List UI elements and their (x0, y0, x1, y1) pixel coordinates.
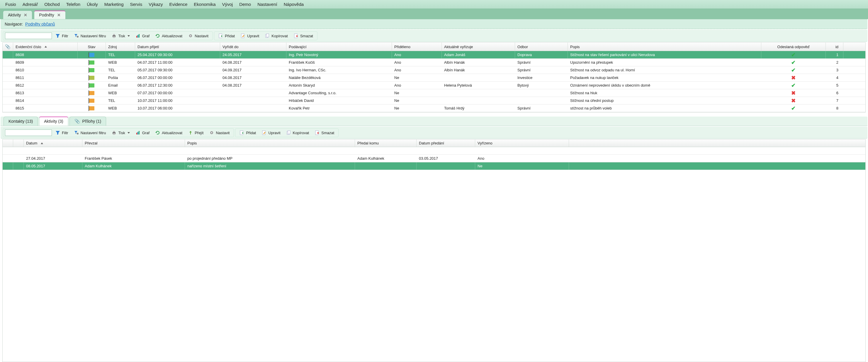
filter-settings-button[interactable]: Nastavení filtru (72, 33, 108, 39)
menu-item[interactable]: Demo (239, 2, 251, 7)
svg-rect-26 (288, 131, 290, 134)
table-row[interactable]: 8612Email06.07.2017 12:30:0004.08.2017An… (3, 82, 865, 89)
sub-filter-settings-button[interactable]: Nastavení filtru (72, 130, 108, 136)
breadcrumb-link[interactable]: Podněty občanů (25, 22, 55, 26)
funnel-gear-icon (74, 33, 79, 38)
paperclip-icon: 📎 (5, 44, 10, 49)
col-stav[interactable]: Stav (78, 43, 106, 51)
table-row[interactable]: 27.04.2017František Pásekpo projednání p… (3, 155, 865, 162)
flag-icon (89, 76, 94, 80)
sub-delete-button[interactable]: Smazat (312, 130, 337, 136)
menu-item[interactable]: Výkazy (149, 2, 163, 7)
menu-item[interactable]: Marketing (104, 2, 124, 7)
menu-item[interactable]: Servis (130, 2, 143, 7)
add-button[interactable]: Přidat (216, 33, 237, 39)
col-expand[interactable] (3, 139, 13, 147)
edit-button[interactable]: Upravit (238, 33, 261, 39)
col-datum[interactable]: Datum (24, 139, 82, 147)
table-row (3, 147, 865, 155)
add-icon (240, 130, 244, 135)
menu-item[interactable]: Telefon (66, 2, 80, 7)
menu-item[interactable]: Úkoly (87, 2, 98, 7)
col-odeslana-odpoved[interactable]: Odeslaná odpověď (761, 43, 826, 51)
close-icon[interactable]: ✕ (57, 12, 61, 17)
sub-refresh-button[interactable]: Aktualizovat (153, 130, 185, 136)
table-row[interactable]: 8613WEB07.07.2017 00:00:00Advantage Cons… (3, 89, 865, 97)
copy-button[interactable]: Kopírovat (262, 33, 290, 39)
table-row[interactable]: 8614TEL10.07.2017 11:00:00Hrbáček DavidN… (3, 97, 865, 105)
menu-item[interactable]: Nápověda (284, 2, 304, 7)
table-row[interactable]: 8608TEL25.04.2017 09:30:0024.05.2017Ing.… (3, 51, 865, 59)
col-prevzal[interactable]: Převzal (82, 139, 185, 147)
sub-graph-button[interactable]: Graf (133, 130, 152, 136)
sub-go-button[interactable]: Přejít (186, 130, 206, 136)
menu-item[interactable]: Nastavení (257, 2, 277, 7)
col-vyrizeno[interactable]: Vyřízeno (475, 139, 569, 147)
edit-icon (241, 33, 245, 38)
delete-button[interactable]: Smazat (291, 33, 315, 39)
col-aktualne-vyrizuje[interactable]: Aktuálně vyřizuje (442, 43, 515, 51)
refresh-button[interactable]: Aktualizovat (153, 33, 185, 39)
menu-item[interactable]: Evidence (169, 2, 188, 7)
col-id[interactable]: id (826, 43, 843, 51)
toolbar-main: Filtr Nastavení filtru Tisk Graf Aktuali… (1, 30, 867, 42)
col-podavajici[interactable]: Podávající (286, 43, 392, 51)
col-zdroj[interactable]: Zdroj (106, 43, 135, 51)
gear-icon (209, 130, 214, 135)
detail-tab[interactable]: Aktivity (3) (39, 116, 68, 126)
detail-tab[interactable]: 📎Přílohy (1) (69, 116, 106, 126)
menu-item[interactable]: Fusio (5, 2, 16, 7)
col-popis[interactable]: Popis (568, 43, 761, 51)
sub-filter-button[interactable]: Filtr (53, 130, 71, 136)
col-attachment[interactable]: 📎 (3, 43, 13, 51)
svg-point-22 (211, 132, 212, 133)
print-button[interactable]: Tisk (110, 33, 132, 39)
funnel-icon (55, 33, 60, 38)
detail-tabstrip: Kontakty (13)Aktivity (3)📎Přílohy (1) (1, 116, 867, 126)
col-spacer (13, 139, 24, 147)
module-tab[interactable]: Podněty✕ (34, 10, 65, 19)
menu-item[interactable]: Obchod (44, 2, 60, 7)
menu-item[interactable]: Ekonomika (194, 2, 215, 7)
filter-button[interactable]: Filtr (53, 33, 71, 39)
sub-copy-button[interactable]: Kopírovat (284, 130, 312, 136)
svg-rect-12 (267, 34, 269, 37)
col-evidencni-cislo[interactable]: Evidenční číslo (13, 43, 78, 51)
sub-edit-button[interactable]: Upravit (259, 130, 283, 136)
table-row[interactable]: 8615WEB10.07.2017 06:00:00Kovařík PetrNe… (3, 105, 865, 112)
sub-add-button[interactable]: Přidat (237, 130, 258, 136)
refresh-icon (155, 33, 160, 38)
module-tabstrip: Aktivity✕Podněty✕ (0, 9, 868, 19)
flag-icon (89, 53, 94, 57)
refresh-icon (155, 130, 160, 135)
col-prideleno[interactable]: Přiděleno (392, 43, 442, 51)
detail-tab[interactable]: Kontakty (13) (3, 116, 38, 126)
sub-settings-button[interactable]: Nastavit (207, 130, 232, 136)
col-datum-prijeti[interactable]: Datum přijetí (135, 43, 220, 51)
col-datum-predani[interactable]: Datum předání (416, 139, 475, 147)
flag-icon (89, 106, 94, 110)
tab-label: Přílohy (1) (82, 119, 101, 123)
sub-print-button[interactable]: Tisk (110, 130, 132, 136)
table-row[interactable]: 8611Pošta06.07.2017 00:00:0004.08.2017Na… (3, 74, 865, 82)
search-input[interactable] (5, 33, 52, 39)
svg-rect-16 (113, 131, 115, 132)
menu-item[interactable]: Adresář (23, 2, 38, 7)
sub-search-input[interactable] (5, 130, 52, 136)
svg-rect-19 (137, 132, 138, 135)
flag-icon (89, 68, 94, 72)
col-popis-sub[interactable]: Popis (185, 139, 355, 147)
table-row[interactable]: 08.05.2017Adam Kulháneknařízeno místní š… (3, 162, 865, 170)
close-icon[interactable]: ✕ (24, 12, 27, 17)
col-predal-komu[interactable]: Předal komu (355, 139, 416, 147)
table-row[interactable]: 8610TEL05.07.2017 09:30:0004.09.2017Ing.… (3, 66, 865, 74)
col-vyridit-do[interactable]: Vyřídit do (220, 43, 286, 51)
menu-item[interactable]: Vývoj (222, 2, 233, 7)
module-tab[interactable]: Aktivity✕ (3, 10, 32, 19)
settings-button[interactable]: Nastavit (186, 33, 211, 39)
graph-button[interactable]: Graf (133, 33, 152, 39)
col-odbor[interactable]: Odbor (515, 43, 568, 51)
flag-icon (89, 60, 94, 64)
check-icon: ✔ (791, 82, 796, 89)
table-row[interactable]: 8609WEB04.07.2017 11:00:0004.08.2017Fran… (3, 59, 865, 66)
